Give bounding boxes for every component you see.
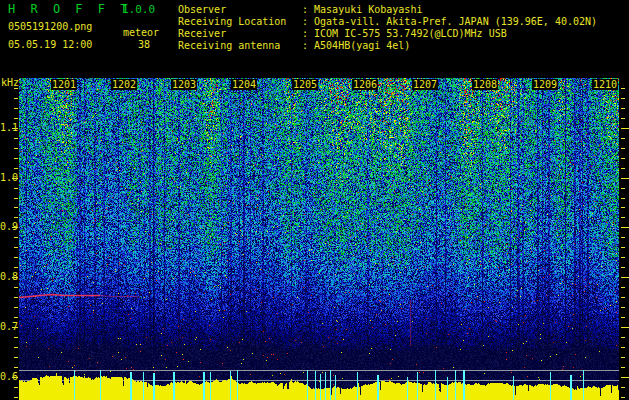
y-tick-mark bbox=[12, 277, 18, 278]
y-tick-mark bbox=[14, 217, 18, 218]
info-row-receiver: Receiver : ICOM IC-575 53.7492(@LCD)MHz … bbox=[178, 28, 507, 39]
y-tick-mark bbox=[14, 317, 18, 318]
y-tick-mark bbox=[621, 198, 625, 199]
y-tick-mark bbox=[621, 267, 625, 268]
colon: : bbox=[296, 4, 314, 15]
x-tick-label: 1203 bbox=[171, 79, 197, 90]
x-tick-label: 1210 bbox=[592, 79, 618, 90]
y-tick-mark bbox=[621, 178, 629, 179]
y-tick-mark bbox=[621, 317, 625, 318]
y-tick-mark bbox=[14, 207, 18, 208]
y-axis-unit-label: kHz bbox=[1, 77, 19, 88]
colon: : bbox=[296, 16, 314, 27]
y-tick-mark bbox=[621, 247, 625, 248]
info-label: Receiver bbox=[178, 28, 296, 39]
y-tick-mark bbox=[621, 287, 625, 288]
y-tick-mark bbox=[621, 98, 625, 99]
info-label: Receiving Location bbox=[178, 16, 296, 27]
info-row-location: Receiving Location : Ogata-vill. Akita-P… bbox=[178, 16, 597, 27]
info-row-antenna: Receiving antenna : A504HB(yagi 4el) bbox=[178, 40, 410, 51]
y-tick-mark bbox=[621, 227, 629, 228]
mode-label: meteor bbox=[123, 27, 159, 38]
y-tick-mark bbox=[14, 98, 18, 99]
y-tick-mark bbox=[14, 337, 18, 338]
info-label: Observer bbox=[178, 4, 296, 15]
y-tick-mark bbox=[621, 108, 625, 109]
y-tick-mark bbox=[14, 347, 18, 348]
y-tick-mark bbox=[621, 377, 629, 378]
x-tick-label: 1209 bbox=[532, 79, 558, 90]
y-tick-mark bbox=[621, 128, 629, 129]
spectrogram-canvas bbox=[19, 78, 619, 400]
y-tick-mark bbox=[14, 397, 18, 398]
y-tick-mark bbox=[14, 387, 18, 388]
y-tick-mark bbox=[621, 277, 629, 278]
y-tick-mark bbox=[14, 138, 18, 139]
x-tick-label: 1204 bbox=[231, 79, 257, 90]
y-tick-mark bbox=[14, 88, 18, 89]
x-tick-label: 1205 bbox=[292, 79, 318, 90]
y-tick-mark bbox=[621, 307, 625, 308]
y-tick-mark bbox=[621, 367, 625, 368]
hrofft-window: H R O F F T 1.0.0 0505191200.png meteor … bbox=[0, 0, 629, 400]
y-tick-mark bbox=[621, 148, 625, 149]
x-tick-label: 1207 bbox=[412, 79, 438, 90]
y-tick-mark bbox=[621, 138, 625, 139]
y-tick-mark bbox=[14, 188, 18, 189]
datetime-label: 05.05.19 12:00 bbox=[8, 39, 92, 50]
y-tick-mark bbox=[621, 357, 625, 358]
y-tick-mark bbox=[14, 237, 18, 238]
y-tick-mark bbox=[14, 307, 18, 308]
info-value: Ogata-vill. Akita-Pref. JAPAN (139.96E, … bbox=[314, 16, 597, 27]
y-tick-mark bbox=[14, 357, 18, 358]
x-tick-label: 1201 bbox=[51, 79, 77, 90]
y-tick-mark bbox=[621, 327, 629, 328]
y-tick-mark bbox=[621, 168, 625, 169]
y-tick-mark bbox=[12, 128, 18, 129]
y-tick-mark bbox=[14, 247, 18, 248]
echo-count: 38 bbox=[138, 39, 150, 50]
y-tick-mark bbox=[621, 217, 625, 218]
y-tick-mark bbox=[12, 377, 18, 378]
y-tick-mark bbox=[12, 327, 18, 328]
y-tick-mark bbox=[621, 297, 625, 298]
app-title: H R O F F T bbox=[8, 2, 131, 16]
y-tick-mark bbox=[621, 337, 625, 338]
y-tick-mark bbox=[621, 158, 625, 159]
y-tick-mark bbox=[14, 267, 18, 268]
y-tick-mark bbox=[14, 367, 18, 368]
y-tick-mark bbox=[14, 108, 18, 109]
y-tick-mark bbox=[14, 297, 18, 298]
x-tick-label: 1208 bbox=[472, 79, 498, 90]
y-tick-mark bbox=[621, 387, 625, 388]
y-tick-mark bbox=[621, 397, 625, 398]
y-tick-mark bbox=[621, 188, 625, 189]
output-filename: 0505191200.png bbox=[8, 21, 92, 32]
y-tick-mark bbox=[621, 257, 625, 258]
colon: : bbox=[296, 28, 314, 39]
info-value: ICOM IC-575 53.7492(@LCD)MHz USB bbox=[314, 28, 507, 39]
y-tick-mark bbox=[12, 227, 18, 228]
y-tick-mark bbox=[14, 198, 18, 199]
y-tick-mark bbox=[621, 118, 625, 119]
y-tick-mark bbox=[14, 118, 18, 119]
y-tick-mark bbox=[621, 207, 625, 208]
y-tick-mark bbox=[621, 237, 625, 238]
y-tick-mark bbox=[14, 158, 18, 159]
y-tick-mark bbox=[14, 257, 18, 258]
y-tick-mark bbox=[12, 178, 18, 179]
colon: : bbox=[296, 40, 314, 51]
y-tick-mark bbox=[14, 287, 18, 288]
y-tick-mark bbox=[14, 148, 18, 149]
y-tick-mark bbox=[621, 347, 625, 348]
y-tick-mark bbox=[14, 168, 18, 169]
info-label: Receiving antenna bbox=[178, 40, 296, 51]
x-tick-label: 1206 bbox=[352, 79, 378, 90]
info-row-observer: Observer : Masayuki Kobayashi bbox=[178, 4, 422, 15]
info-value: Masayuki Kobayashi bbox=[314, 4, 422, 15]
info-value: A504HB(yagi 4el) bbox=[314, 40, 410, 51]
y-tick-mark bbox=[621, 88, 625, 89]
app-version: 1.0.0 bbox=[122, 3, 155, 16]
x-tick-label: 1202 bbox=[111, 79, 137, 90]
